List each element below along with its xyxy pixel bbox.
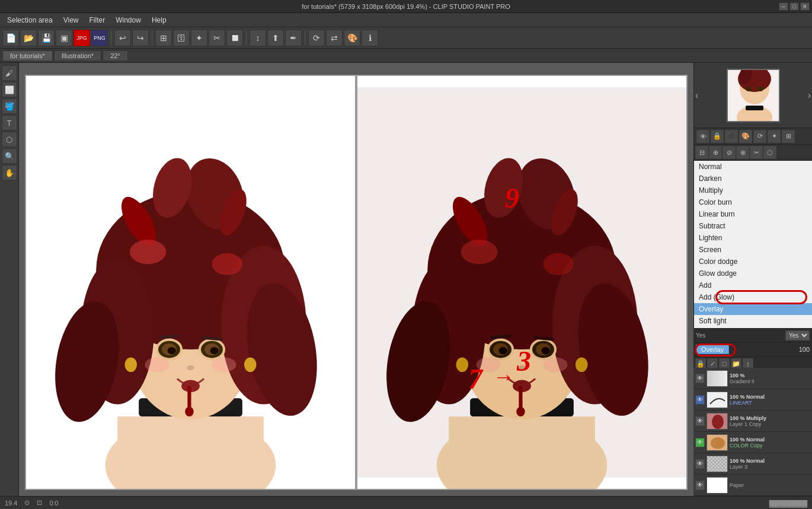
tool-fill[interactable]: 🪣 (2, 98, 17, 114)
rp-icon-r5[interactable]: ✂ (750, 146, 763, 159)
status-coords: 0:0 (49, 500, 58, 507)
opacity-row: Overlay 100 (693, 343, 812, 357)
tab-tutorials[interactable]: for tutorials* (2, 50, 53, 61)
svg-point-78 (746, 87, 752, 91)
rp-icon-r1[interactable]: ⊟ (695, 146, 708, 159)
blend-glow-dodge[interactable]: Glow dodge (694, 268, 812, 279)
rp-icon-v1[interactable]: ⟳ (753, 130, 766, 143)
blend-subtract[interactable]: Subtract (694, 220, 812, 232)
rp-icon-r3[interactable]: ⊘ (723, 146, 736, 159)
tool-info[interactable]: ℹ (362, 30, 378, 46)
tool-eyedrop[interactable]: 🔲 (226, 30, 243, 46)
rp-icon-r2[interactable]: ⊕ (709, 146, 722, 159)
tool-new[interactable]: 📄 (2, 30, 19, 46)
layer-eye-gradient[interactable]: 👁 (695, 374, 705, 383)
rp-icon-v3[interactable]: ⊞ (782, 130, 795, 143)
rp-icon-mask[interactable]: ⬛ (725, 130, 738, 143)
tool-open[interactable]: 📂 (20, 30, 37, 46)
svg-rect-77 (746, 106, 763, 110)
blend-screen[interactable]: Screen (694, 244, 812, 256)
tab-angle[interactable]: 22° (103, 50, 128, 61)
rp-icon-palette[interactable]: 🎨 (739, 130, 752, 143)
layer-paper[interactable]: 👁 Paper (693, 475, 812, 496)
tool-color[interactable]: 🎨 (344, 30, 360, 46)
canvas-area[interactable]: 9 3 7 → (19, 63, 693, 496)
blend-lighten[interactable]: Lighten (694, 232, 812, 244)
menu-window[interactable]: Window (111, 15, 146, 26)
rp-icon-lock[interactable]: 🔒 (711, 130, 724, 143)
layer-eye-1copy[interactable]: 👁 (695, 416, 705, 426)
thumb-next[interactable]: › (808, 90, 811, 101)
window-controls[interactable]: ─ □ ✕ (779, 2, 810, 11)
svg-rect-38 (449, 416, 595, 478)
layer-eye-3[interactable]: 👁 (695, 459, 705, 469)
yes-select[interactable]: Yes No (785, 330, 810, 341)
layer-eye-lineart[interactable]: 👁 (695, 395, 705, 405)
blend-color-burn[interactable]: Color burn (694, 196, 812, 208)
tool-arrow[interactable]: ⬆ (267, 30, 284, 46)
tool-zoom[interactable]: 🔍 (2, 148, 17, 164)
layer-info-lineart: 100 % Normal LINEART (730, 394, 810, 406)
tool-pen[interactable]: ✒ (285, 30, 302, 46)
tool-pan[interactable]: ✋ (2, 165, 17, 180)
blend-normal[interactable]: Normal (694, 161, 812, 173)
svg-point-31 (145, 357, 169, 372)
rp-icon-r6[interactable]: ⬡ (763, 146, 776, 159)
layer-thumb-color-copy (706, 434, 728, 451)
minimize-button[interactable]: ─ (779, 2, 788, 11)
menu-help[interactable]: Help (147, 15, 171, 26)
tool-text[interactable]: T (2, 115, 17, 131)
rp-icon-eye[interactable]: 👁 (696, 130, 709, 143)
tool-crop[interactable]: ✂ (209, 30, 225, 46)
tool-save[interactable]: 💾 (38, 30, 55, 46)
tool-redo[interactable]: ↪ (132, 30, 149, 46)
thumb-prev[interactable]: ‹ (695, 90, 698, 101)
tool-eraser[interactable]: ⬜ (2, 82, 17, 97)
maximize-button[interactable]: □ (789, 2, 799, 11)
tab-illustration[interactable]: Illustration* (54, 50, 101, 61)
layer-eye-paper[interactable]: 👁 (695, 481, 705, 490)
blend-color-dodge[interactable]: Color dodge (694, 256, 812, 268)
blend-soft-light[interactable]: Soft light (694, 315, 812, 327)
rp-icon-r4[interactable]: ⊗ (736, 146, 749, 159)
tool-img1[interactable]: JPG (73, 30, 90, 46)
blend-multiply[interactable]: Multiply (694, 184, 812, 196)
separator-4 (305, 31, 305, 45)
status-indicator1: ⊙ (24, 499, 30, 507)
layer-color-copy[interactable]: 👁 100 % Normal COLOR Copy (693, 432, 812, 453)
blend-linear-burn[interactable]: Linear burn (694, 208, 812, 220)
menu-selection-area[interactable]: Selection area (2, 15, 57, 26)
yes-label: Yes (696, 332, 705, 339)
main-area: 🖌 ⬜ 🪣 T ⬡ 🔍 ✋ (0, 63, 812, 496)
tool-flip[interactable]: ⇄ (326, 30, 343, 46)
blend-add[interactable]: Add (694, 279, 812, 291)
tool-brush[interactable]: 🖌 (2, 65, 17, 81)
tool-box[interactable]: ▣ (56, 30, 72, 46)
tool-select-all[interactable]: ⊞ (155, 30, 172, 46)
layer-info-gradient: 100 % Gradient it (730, 373, 810, 384)
layer-1-copy[interactable]: 👁 100 % Multiply Layer 1 Copy (693, 411, 812, 432)
menu-view[interactable]: View (59, 15, 84, 26)
blend-add-glow[interactable]: Add (Glow) (694, 291, 812, 303)
tool-rotate[interactable]: ⟳ (308, 30, 325, 46)
svg-point-58 (541, 347, 549, 354)
layer-lineart[interactable]: 👁 100 % Normal LINEART (693, 389, 812, 411)
tool-undo[interactable]: ↩ (114, 30, 131, 46)
overlay-blend-badge[interactable]: Overlay (696, 345, 729, 354)
tool-magic[interactable]: ✦ (191, 30, 207, 46)
blend-overlay[interactable]: Overlay (694, 303, 812, 315)
tool-move[interactable]: ↕ (250, 30, 266, 46)
tool-img2[interactable]: PNG (91, 30, 108, 46)
layer-gradient[interactable]: 👁 100 % Gradient it (693, 368, 812, 389)
status-right: ▓▓▓▓▓▓▓▓ (769, 500, 807, 507)
menu-filter[interactable]: Filter (85, 15, 110, 26)
layer-3[interactable]: 👁 100 % Normal Layer 3 (693, 453, 812, 475)
blend-darken[interactable]: Darken (694, 173, 812, 184)
layer-eye-color-copy[interactable]: 👁 (695, 438, 705, 447)
tool-lasso[interactable]: ⚿ (173, 30, 190, 46)
svg-point-28 (185, 407, 193, 416)
svg-point-67 (476, 357, 500, 372)
tool-select[interactable]: ⬡ (2, 132, 17, 147)
rp-icon-v2[interactable]: ✦ (768, 130, 781, 143)
close-button[interactable]: ✕ (800, 2, 810, 11)
